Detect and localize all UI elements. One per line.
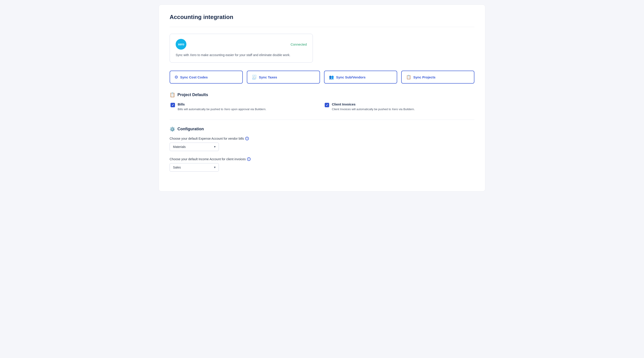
expense-account-select[interactable]: Materials Labor Equipment Subcontractors…	[170, 143, 219, 151]
divider-top	[170, 27, 474, 27]
income-account-group: Choose your default Income Account for c…	[170, 157, 474, 178]
bills-title: Bills	[178, 102, 266, 106]
sync-cost-codes-button[interactable]: ⊙ Sync Cost Codes	[170, 71, 243, 84]
sync-sub-vendors-button[interactable]: 👥 Sync Sub/Vendors	[324, 71, 397, 84]
expense-account-select-wrapper: Materials Labor Equipment Subcontractors…	[170, 143, 219, 151]
bills-text-group: Bills Bills will automatically be pushed…	[178, 102, 266, 112]
sync-sub-vendors-icon: 👥	[329, 75, 334, 80]
project-defaults-icon: 📋	[170, 92, 175, 97]
sync-taxes-button[interactable]: 🧾 Sync Taxes	[247, 71, 320, 84]
sync-projects-icon: 📋	[406, 75, 411, 80]
client-invoices-title: Client Invoices	[332, 102, 415, 106]
project-defaults-section: 📋 Project Defaults Bills Bills will auto…	[170, 92, 474, 112]
xero-connection-card: xero Connected Sync with Xero to make ac…	[170, 34, 313, 63]
project-defaults-header: 📋 Project Defaults	[170, 92, 474, 97]
sync-cost-codes-icon: ⊙	[174, 75, 178, 80]
xero-description: Sync with Xero to make accounting easier…	[176, 53, 307, 57]
client-invoices-default-item: Client Invoices Client Invoices will aut…	[325, 102, 474, 112]
connected-badge: Connected	[290, 42, 307, 46]
sync-taxes-icon: 🧾	[252, 75, 257, 80]
income-account-info-icon[interactable]: i	[247, 157, 250, 161]
client-invoices-description: Client Invoices will automatically be pu…	[332, 107, 415, 112]
expense-account-label: Choose your default Expense Account for …	[170, 137, 474, 140]
configuration-icon: ⚙️	[170, 127, 175, 132]
income-account-label: Choose your default Income Account for c…	[170, 157, 474, 161]
project-defaults-title: Project Defaults	[178, 93, 208, 97]
sync-buttons-row: ⊙ Sync Cost Codes 🧾 Sync Taxes 👥 Sync Su…	[170, 71, 474, 84]
bills-checkbox[interactable]	[170, 103, 175, 107]
main-card: Accounting integration xero Connected Sy…	[159, 4, 485, 191]
page-title: Accounting integration	[170, 14, 474, 20]
configuration-header: ⚙️ Configuration	[170, 127, 474, 132]
expense-account-info-icon[interactable]: i	[245, 137, 249, 140]
xero-logo: xero	[176, 39, 186, 50]
defaults-grid: Bills Bills will automatically be pushed…	[170, 102, 474, 112]
income-account-select-wrapper: Sales Revenue Service Income Other Incom…	[170, 163, 219, 172]
client-invoices-checkbox[interactable]	[325, 103, 329, 107]
client-invoices-text-group: Client Invoices Client Invoices will aut…	[332, 102, 415, 112]
bills-description: Bills will automatically be pushed to Xe…	[178, 107, 266, 112]
configuration-title: Configuration	[178, 127, 204, 131]
configuration-section: ⚙️ Configuration Choose your default Exp…	[170, 127, 474, 178]
sync-projects-button[interactable]: 📋 Sync Projects	[401, 71, 474, 84]
income-account-select[interactable]: Sales Revenue Service Income Other Incom…	[170, 163, 219, 172]
divider-middle	[170, 120, 474, 120]
xero-card-header: xero Connected	[176, 39, 307, 50]
bills-default-item: Bills Bills will automatically be pushed…	[170, 102, 319, 112]
